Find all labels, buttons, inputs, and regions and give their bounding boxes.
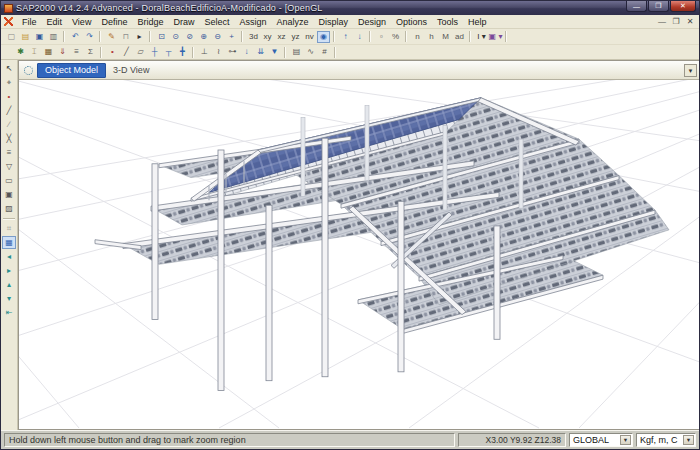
draw-special-joint-icon[interactable]: • (2, 90, 16, 103)
define-combinations-icon[interactable]: Σ (84, 46, 97, 58)
save-model-icon[interactable]: ▣ (33, 31, 46, 43)
menu-select[interactable]: Select (199, 16, 234, 28)
coordinate-system-dropdown[interactable]: GLOBAL ▼ (569, 433, 633, 447)
draw-rectangular-area-icon[interactable]: ▭ (2, 174, 16, 187)
define-frame-sections-icon[interactable]: ⌶ (28, 46, 41, 58)
zoom-out-one-step-icon[interactable]: ⊖ (211, 31, 224, 43)
select-in-window-icon[interactable]: ⌗ (2, 222, 16, 235)
previous-view-icon[interactable]: ⇤ (2, 306, 16, 319)
previous-zoom-icon[interactable]: ⊘ (183, 31, 196, 43)
units-arrow-icon[interactable]: ▼ (683, 435, 694, 445)
assign-frame-releases-icon[interactable]: ⊶ (226, 46, 239, 58)
new-model-icon[interactable]: ▢ (5, 31, 18, 43)
move-up-in-list-icon[interactable]: ↑ (339, 31, 352, 43)
define-materials-icon[interactable]: ✱ (14, 46, 27, 58)
menu-options[interactable]: Options (391, 16, 432, 28)
open-model-icon[interactable]: ▤ (19, 31, 32, 43)
define-area-sections-icon[interactable]: ▦ (42, 46, 55, 58)
select-pointer-icon[interactable]: ↖ (2, 62, 16, 75)
draw-wall-icon[interactable]: ▨ (2, 202, 16, 215)
set-view-options-icon[interactable]: ▦ (2, 236, 16, 249)
menu-bridge[interactable]: Bridge (132, 16, 168, 28)
show-deformed-shape-icon[interactable]: h (425, 31, 438, 43)
child-minimize-button[interactable]: — (657, 17, 667, 26)
show-moment-diagram-icon[interactable]: ∿ (304, 46, 317, 58)
elevation-yz-view-icon[interactable]: yz (289, 31, 302, 43)
pan-up-icon[interactable]: ▴ (2, 278, 16, 291)
quick-draw-frame-icon[interactable]: ∕ (2, 118, 16, 131)
show-undeformed-shape-icon[interactable]: n (411, 31, 424, 43)
menu-define[interactable]: Define (96, 16, 132, 28)
view-selector-dropdown[interactable]: ▼ (684, 64, 697, 77)
pan-icon[interactable]: + (225, 31, 238, 43)
toolbar-separator (284, 47, 286, 58)
snap-to-joints-icon[interactable]: ┼ (148, 46, 161, 58)
show-named-display-icon[interactable]: ad (453, 31, 466, 43)
pan-right-icon[interactable]: ▸ (2, 264, 16, 277)
frame-section-dropdown-icon[interactable]: I ▾ (475, 31, 488, 43)
named-view-icon[interactable]: nv (303, 31, 316, 43)
minimize-button[interactable]: — (626, 1, 647, 12)
menu-file[interactable]: File (17, 16, 42, 28)
print-icon[interactable]: ▥ (47, 31, 60, 43)
show-forces-stresses-icon[interactable]: M (439, 31, 452, 43)
display-style-dropdown-icon[interactable]: ▣ ▾ (489, 31, 502, 43)
menu-tools[interactable]: Tools (432, 16, 463, 28)
assign-frame-loads-icon[interactable]: ⇊ (254, 46, 267, 58)
refresh-view-icon[interactable] (24, 66, 33, 75)
pan-down-icon[interactable]: ▾ (2, 292, 16, 305)
close-button[interactable]: ✕ (670, 1, 696, 12)
run-analysis-icon[interactable]: ▸ (133, 31, 146, 43)
menu-analyze[interactable]: Analyze (271, 16, 313, 28)
show-tables-icon[interactable]: ▤ (290, 46, 303, 58)
maximize-button[interactable]: ❐ (648, 1, 669, 12)
plan-xy-view-icon[interactable]: xy (261, 31, 274, 43)
quick-draw-secondary-beams-icon[interactable]: ≡ (2, 146, 16, 159)
move-down-in-list-icon[interactable]: ↓ (353, 31, 366, 43)
tab-object-model[interactable]: Object Model (37, 63, 106, 78)
pan-left-icon[interactable]: ◂ (2, 250, 16, 263)
set-display-options-icon[interactable]: % (389, 31, 402, 43)
assign-area-loads-icon[interactable]: ▼ (268, 46, 281, 58)
draw-frame-element-icon[interactable]: ╱ (2, 104, 16, 117)
draw-area-icon[interactable]: ▱ (134, 46, 147, 58)
draw-joint-icon[interactable]: • (106, 46, 119, 58)
reshape-object-icon[interactable]: ⌖ (2, 76, 16, 89)
assign-joint-loads-icon[interactable]: ↓ (240, 46, 253, 58)
perspective-toggle-icon[interactable]: ◉ (317, 31, 330, 43)
app-icon (4, 4, 13, 13)
snap-to-midpoints-icon[interactable]: ┬ (162, 46, 175, 58)
section-cut-icon[interactable]: # (318, 46, 331, 58)
undo-icon[interactable]: ↶ (69, 31, 82, 43)
quick-draw-braces-icon[interactable]: ╳ (2, 132, 16, 145)
menu-view[interactable]: View (67, 16, 96, 28)
zoom-in-one-step-icon[interactable]: ⊕ (197, 31, 210, 43)
lock-model-icon[interactable]: ⊓ (119, 31, 132, 43)
menu-draw[interactable]: Draw (168, 16, 199, 28)
rubber-band-zoom-icon[interactable]: ⊡ (155, 31, 168, 43)
quick-draw-area-icon[interactable]: ▣ (2, 188, 16, 201)
elevation-xz-view-icon[interactable]: xz (275, 31, 288, 43)
view-3d-icon[interactable]: 3d (247, 31, 260, 43)
menu-assign[interactable]: Assign (234, 16, 271, 28)
menu-design[interactable]: Design (353, 16, 391, 28)
define-load-patterns-icon[interactable]: ⇓ (56, 46, 69, 58)
assign-joint-springs-icon[interactable]: ≀ (212, 46, 225, 58)
units-dropdown[interactable]: Kgf, m, C ▼ (636, 433, 696, 447)
model-3d-viewport[interactable] (19, 80, 699, 429)
restore-full-view-icon[interactable]: ⊙ (169, 31, 182, 43)
menu-help[interactable]: Help (463, 16, 492, 28)
assign-joint-restraints-icon[interactable]: ⊥ (198, 46, 211, 58)
refresh-window-icon[interactable]: ✎ (105, 31, 118, 43)
object-shrink-toggle-icon[interactable]: ▫ (375, 31, 388, 43)
menu-edit[interactable]: Edit (42, 16, 68, 28)
child-restore-button[interactable]: ❐ (671, 17, 681, 26)
redo-icon[interactable]: ↷ (83, 31, 96, 43)
draw-poly-area-icon[interactable]: ▽ (2, 160, 16, 173)
child-close-button[interactable]: ✕ (685, 17, 695, 26)
menu-display[interactable]: Display (314, 16, 354, 28)
coordinate-system-arrow-icon[interactable]: ▼ (620, 435, 631, 445)
snap-to-intersections-icon[interactable]: ╋ (176, 46, 189, 58)
define-load-cases-icon[interactable]: ≡ (70, 46, 83, 58)
draw-frame-icon[interactable]: ╱ (120, 46, 133, 58)
